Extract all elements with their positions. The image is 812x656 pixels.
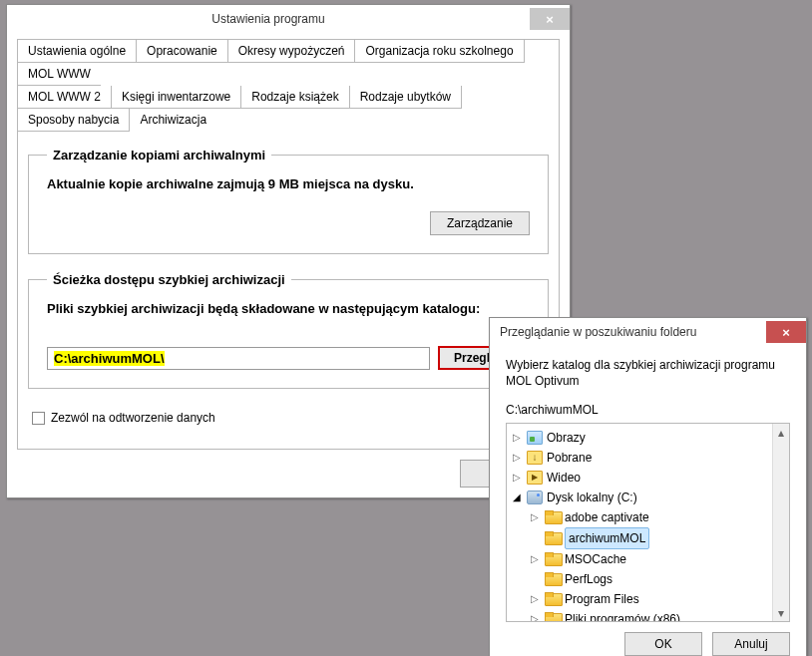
tree-item-label: Pliki programów (x86)	[565, 609, 680, 622]
tree-item-label: MSOCache	[565, 549, 626, 569]
archive-path-input[interactable]: C:\archiwumMOL\	[47, 347, 430, 370]
tab-loss-types[interactable]: Rodzaje ubytków	[350, 86, 462, 109]
folder-icon	[545, 510, 561, 524]
tree-item-drive[interactable]: ◢Dysk lokalny (C:)	[511, 488, 789, 507]
folder-icon	[545, 572, 561, 586]
tree-item-label: adobe captivate	[565, 507, 649, 527]
chevron-right-icon[interactable]: ▷	[529, 609, 541, 622]
browse-titlebar: Przeglądanie w poszukiwaniu folderu ×	[490, 318, 806, 346]
scroll-up-icon[interactable]: ▴	[773, 424, 790, 441]
browse-body: Wybierz katalog dla szybkiej archiwizacj…	[490, 346, 806, 656]
browse-dialog: Przeglądanie w poszukiwaniu folderu × Wy…	[489, 317, 807, 656]
scroll-down-icon[interactable]: ▾	[773, 604, 790, 621]
tree-item-label: Obrazy	[547, 428, 586, 448]
downloads-icon	[527, 451, 543, 465]
tab-book-types[interactable]: Rodzaje książek	[241, 86, 349, 109]
tab-row-2: MOL WWW 2 Księgi inwentarzowe Rodzaje ks…	[17, 86, 560, 132]
scrollbar[interactable]: ▴ ▾	[772, 424, 789, 621]
restore-checkbox-label: Zezwól na odtworzenie danych	[51, 411, 215, 425]
browse-path-label: C:\archiwumMOL	[506, 403, 790, 417]
browse-title: Przeglądanie w poszukiwaniu folderu	[490, 325, 766, 339]
browse-ok-button[interactable]: OK	[624, 632, 702, 656]
tab-archiving[interactable]: Archiwizacja	[130, 109, 216, 132]
tree-item-label: Dysk lokalny (C:)	[547, 488, 637, 507]
folder-icon	[545, 612, 561, 622]
checkbox-icon[interactable]	[32, 412, 45, 425]
tree-item-label: Program Files	[565, 589, 639, 609]
chevron-right-icon[interactable]: ▷	[511, 428, 523, 448]
tab-loan-periods[interactable]: Okresy wypożyczeń	[228, 40, 356, 63]
tab-acq-methods[interactable]: Sposoby nabycia	[18, 109, 130, 132]
group-archive-mgmt-legend: Zarządzanie kopiami archiwalnymi	[47, 148, 271, 163]
chevron-down-icon[interactable]: ◢	[511, 488, 523, 507]
chevron-right-icon[interactable]: ▷	[529, 589, 541, 609]
chevron-right-icon[interactable]: ▷	[511, 468, 523, 488]
tree-item-selected[interactable]: archiwumMOL	[529, 527, 789, 549]
group-archive-mgmt: Zarządzanie kopiami archiwalnymi Aktualn…	[28, 148, 549, 254]
tree-item-label: archiwumMOL	[565, 527, 649, 549]
restore-checkbox-row[interactable]: Zezwól na odtworzenie danych	[32, 411, 545, 425]
chevron-right-icon[interactable]: ▷	[511, 448, 523, 468]
chevron-right-icon[interactable]: ▷	[529, 549, 541, 569]
settings-titlebar: Ustawienia programu ×	[7, 5, 570, 33]
drive-icon	[527, 491, 543, 504]
tree-item[interactable]: ▷Wideo	[511, 468, 789, 488]
folder-icon	[545, 552, 561, 566]
tab-panel: Zarządzanie kopiami archiwalnymi Aktualn…	[17, 132, 560, 450]
browse-message: Wybierz katalog dla szybkiej archiwizacj…	[506, 358, 790, 389]
tab-inventory[interactable]: Księgi inwentarzowe	[112, 86, 241, 109]
tree-item[interactable]: ▷Pliki programów (x86)	[529, 609, 789, 622]
tree-item-label: Wideo	[547, 468, 581, 488]
tree-item[interactable]: ▷MSOCache	[529, 549, 789, 569]
tab-row-1: Ustawienia ogólne Opracowanie Okresy wyp…	[17, 39, 560, 86]
tree-item-label: Pobrane	[547, 448, 592, 468]
tab-general[interactable]: Ustawienia ogólne	[18, 40, 137, 63]
archive-usage-text: Aktualnie kopie archiwalne zajmują 9 MB …	[47, 176, 530, 191]
settings-title: Ustawienia programu	[7, 12, 530, 26]
folder-icon	[545, 531, 561, 545]
tab-school-year[interactable]: Organizacja roku szkolnego	[355, 40, 524, 63]
tab-mol-www[interactable]: MOL WWW	[18, 63, 101, 86]
tree-item[interactable]: ▷adobe captivate	[529, 507, 789, 527]
folder-tree[interactable]: ▷Obrazy ▷Pobrane ▷Wideo ◢Dysk lokalny (C…	[506, 423, 790, 622]
chevron-right-icon[interactable]: ▷	[529, 507, 541, 527]
settings-body: Ustawienia ogólne Opracowanie Okresy wyp…	[7, 33, 570, 497]
close-icon[interactable]: ×	[530, 8, 570, 30]
group-archive-path-legend: Ścieżka dostępu szybkiej archiwizacji	[47, 272, 291, 287]
close-icon[interactable]: ×	[766, 321, 806, 343]
tab-mol-www2[interactable]: MOL WWW 2	[18, 86, 112, 109]
settings-window: Ustawienia programu × Ustawienia ogólne …	[6, 4, 571, 498]
tree-item[interactable]: ▷Pobrane	[511, 448, 789, 468]
folder-icon	[545, 592, 561, 606]
group-archive-path: Ścieżka dostępu szybkiej archiwizacji Pl…	[28, 272, 549, 389]
tree-item[interactable]: ▷Obrazy	[511, 428, 789, 448]
tree-item[interactable]: PerfLogs	[529, 569, 789, 589]
videos-icon	[527, 471, 543, 485]
manage-button[interactable]: Zarządzanie	[430, 211, 530, 235]
browse-cancel-button[interactable]: Anuluj	[712, 632, 790, 656]
pictures-icon	[527, 431, 543, 445]
tab-processing[interactable]: Opracowanie	[137, 40, 228, 63]
tree-item[interactable]: ▷Program Files	[529, 589, 789, 609]
archive-path-text: Pliki szybkiej archiwizacji będą składow…	[47, 301, 530, 316]
tree-item-label: PerfLogs	[565, 569, 612, 589]
